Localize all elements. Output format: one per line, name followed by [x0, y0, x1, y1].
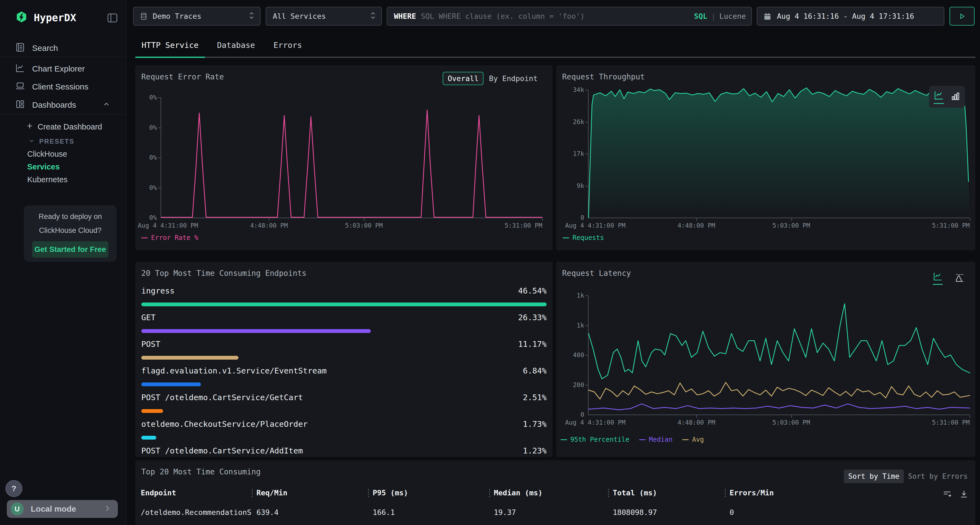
endpoint-bar [141, 356, 239, 360]
column-drag-handle[interactable] [489, 489, 490, 497]
column-header[interactable]: Total (ms) [608, 489, 725, 497]
table-cell: 1808098.97 [608, 508, 725, 517]
x-axis-tick: 4:48:00 PM [678, 419, 715, 426]
table-cell: /oteldemo.RecommendationServ [141, 508, 252, 517]
throughput-plot[interactable]: 34k 26k 17k 9k 0 Aug 4 4:31:00 PM 4:48:0… [588, 90, 970, 218]
column-drag-handle[interactable] [252, 489, 253, 497]
column-drag-handle[interactable] [608, 489, 609, 497]
bar-chart-toggle-icon[interactable] [951, 91, 960, 102]
table-cell: 19.37 [489, 508, 608, 517]
request-latency-panel: Request Latency 1k 1k 400 200 0 Aug 4 4:… [556, 262, 975, 457]
panel-title: Top 20 Most Time Consuming [141, 467, 261, 476]
source-select[interactable]: Demo Traces [133, 7, 261, 25]
sidebar: HyperDX Search Chart Explorer Client Ses… [0, 0, 126, 525]
latency-plot[interactable]: 1k 1k 400 200 0 Aug 4 4:31:00 PM 4:48:00… [588, 295, 970, 415]
line-chart-icon [15, 63, 25, 75]
endpoint-bar [141, 329, 371, 333]
column-drag-handle[interactable] [725, 489, 726, 497]
endpoints-list: ingress46.54%GET26.33%POST11.17%flagd.ev… [141, 283, 547, 457]
y-axis-tick: 200 [573, 381, 584, 389]
run-query-button[interactable] [950, 7, 975, 25]
logo[interactable]: HyperDX [15, 11, 76, 24]
user-menu[interactable]: U Local mode [7, 500, 118, 518]
sidebar-item-kubernetes[interactable]: Kubernetes [27, 175, 67, 184]
legend-error-rate[interactable]: Error Rate % [141, 234, 198, 241]
line-chart-toggle-icon[interactable] [933, 271, 943, 285]
sort-by-time-button[interactable]: Sort by Time [844, 469, 904, 483]
list-item[interactable]: flagd.evaluation.v1.Service/EventStream6… [141, 363, 547, 390]
list-item[interactable]: oteldemo.CheckoutService/PlaceOrder1.73% [141, 416, 547, 443]
endpoint-value: 2.51% [523, 393, 547, 402]
search-input[interactable]: WHERE SQL WHERE clause (ex. column = 'fo… [387, 7, 752, 25]
sidebar-item-clickhouse[interactable]: ClickHouse [27, 150, 67, 159]
download-icon[interactable] [959, 489, 969, 500]
column-header[interactable]: Endpoint [141, 489, 252, 497]
y-axis-tick: 0% [149, 124, 157, 131]
table-row[interactable]: /oteldemo.RecommendationServ639.4166.119… [141, 508, 888, 517]
collapse-sidebar-icon[interactable] [107, 13, 118, 24]
tab-errors[interactable]: Errors [267, 32, 308, 57]
list-item[interactable]: POST /oteldemo.CartService/AddItem1.23% [141, 443, 547, 457]
line-chart-toggle-icon[interactable] [934, 90, 944, 104]
x-axis-tick: Aug 4 4:31:00 PM [565, 419, 625, 426]
column-header[interactable]: Req/Min [252, 489, 368, 497]
table-options-icon[interactable] [942, 489, 952, 500]
list-item[interactable]: GET26.33% [141, 309, 547, 336]
sidebar-item-client-sessions[interactable]: Client Sessions [15, 79, 89, 94]
y-axis-tick: 0% [149, 184, 157, 191]
y-axis-tick: 1k [577, 292, 584, 299]
lang-separator: | [711, 12, 715, 21]
select-chevrons-icon [248, 11, 255, 22]
column-header[interactable]: Median (ms) [489, 489, 608, 497]
y-axis-tick: 34k [573, 86, 584, 93]
list-item[interactable]: POST11.17% [141, 336, 547, 363]
histogram-toggle-icon[interactable] [955, 273, 964, 284]
lucene-mode-toggle[interactable]: Lucene [719, 12, 746, 21]
endpoint-value: 11.17% [518, 339, 547, 349]
create-dashboard-button[interactable]: Create Dashboard [26, 120, 102, 133]
sidebar-item-dashboards[interactable]: Dashboards [15, 98, 111, 113]
y-axis-tick: 1k [577, 322, 584, 329]
service-select[interactable]: All Services [266, 7, 382, 25]
by-endpoint-button[interactable]: By Endpoint [489, 74, 538, 83]
presets-toggle[interactable]: PRESETS [28, 135, 75, 148]
legend-dash-icon [563, 238, 569, 238]
overall-button[interactable]: Overall [442, 72, 484, 85]
sidebar-item-services[interactable]: Services [27, 162, 60, 171]
select-chevrons-icon [369, 11, 377, 22]
sidebar-item-label: Chart Explorer [32, 64, 85, 73]
laptop-icon [15, 81, 25, 93]
y-axis-tick: 0% [149, 94, 157, 101]
endpoint-label: POST /oteldemo.CartService/AddItem [141, 446, 303, 455]
endpoint-bar [141, 382, 201, 386]
x-axis-tick: 5:31:00 PM [932, 222, 970, 229]
legend-median[interactable]: Median [639, 436, 673, 443]
legend-requests[interactable]: Requests [563, 234, 604, 241]
column-header[interactable]: Errors/Min [725, 489, 888, 497]
get-started-button[interactable]: Get Started for Free [32, 241, 108, 258]
sidebar-item-label: Dashboards [32, 100, 76, 109]
tab-http-service[interactable]: HTTP Service [135, 32, 205, 58]
time-range-picker[interactable]: Aug 4 16:31:16 - Aug 4 17:31:16 [757, 7, 944, 25]
column-drag-handle[interactable] [368, 489, 369, 497]
legend-dash-icon [560, 439, 567, 440]
sql-mode-toggle[interactable]: SQL [694, 12, 707, 21]
legend-avg[interactable]: Avg [682, 436, 704, 443]
sidebar-item-search[interactable]: Search [15, 41, 58, 56]
list-item[interactable]: POST /oteldemo.CartService/GetCart2.51% [141, 390, 547, 416]
search-placeholder: SQL WHERE clause (ex. column = 'foo') [421, 12, 584, 21]
legend-95th-percentile[interactable]: 95th Percentile [560, 436, 629, 443]
help-button[interactable]: ? [5, 480, 22, 497]
tab-database[interactable]: Database [211, 32, 261, 57]
column-header[interactable]: P95 (ms) [368, 489, 489, 497]
x-axis-tick: 5:03:00 PM [773, 222, 810, 229]
sort-by-errors-button[interactable]: Sort by Errors [907, 469, 969, 483]
error-rate-plot[interactable]: 0% 0% 0% 0% 0% Aug 4 4:31:00 PM 4:48:00 … [161, 97, 542, 218]
list-item[interactable]: ingress46.54% [141, 283, 547, 309]
x-axis-tick: 5:03:00 PM [773, 419, 810, 426]
x-axis-tick: Aug 4 4:31:00 PM [138, 222, 198, 229]
sidebar-item-chart-explorer[interactable]: Chart Explorer [15, 62, 85, 76]
endpoint-bar [141, 303, 547, 306]
hyperdx-logo-icon [15, 11, 28, 24]
source-select-value: Demo Traces [153, 12, 202, 21]
